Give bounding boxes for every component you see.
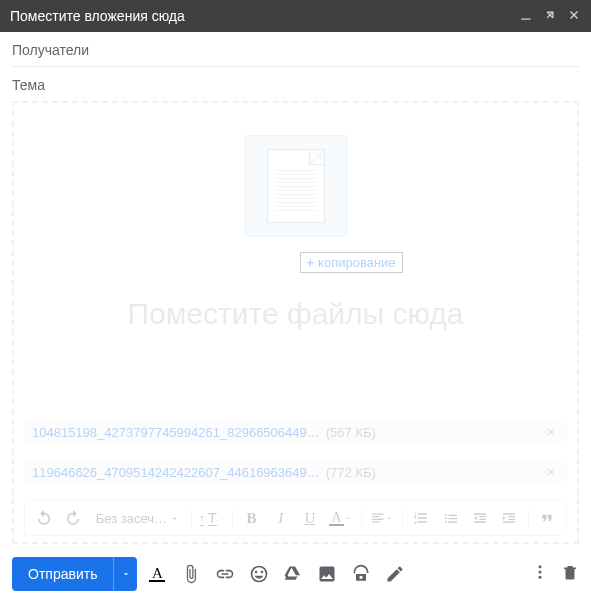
attachment-size: (772 КБ) xyxy=(326,465,376,480)
remove-attachment-button[interactable]: × xyxy=(543,424,559,440)
remove-attachment-button[interactable]: × xyxy=(543,464,559,480)
separator xyxy=(191,508,192,528)
attachment-name: 104815198_4273797745994261_82966506449… xyxy=(32,425,320,440)
svg-point-3 xyxy=(539,576,542,579)
send-options-button[interactable] xyxy=(113,557,137,591)
text-color-button[interactable]: A xyxy=(329,506,353,530)
indent-less-button[interactable] xyxy=(469,506,490,530)
popout-button[interactable] xyxy=(543,8,557,25)
underline-button[interactable]: U xyxy=(299,506,320,530)
insert-drive-button[interactable] xyxy=(283,564,303,584)
svg-point-1 xyxy=(539,565,542,568)
font-family-label: Без засеч… xyxy=(96,511,167,526)
insert-signature-button[interactable] xyxy=(385,564,405,584)
copy-label: копирование xyxy=(318,255,396,270)
insert-image-button[interactable] xyxy=(317,564,337,584)
attachment-list: 104815198_4273797745994261_82966506449… … xyxy=(24,418,567,486)
chevron-down-icon xyxy=(221,514,224,523)
indent-more-button[interactable] xyxy=(499,506,520,530)
undo-button[interactable] xyxy=(33,506,54,530)
copy-badge: + копирование xyxy=(300,252,403,273)
send-group: Отправить xyxy=(12,557,137,591)
align-button[interactable] xyxy=(370,506,394,530)
attachment-chip[interactable]: 119646626_4709514242422607_44616963649… … xyxy=(24,458,567,486)
formatting-toolbar: Без засеч… т T B I U A xyxy=(24,500,567,536)
bullet-list-button[interactable] xyxy=(440,506,461,530)
italic-button[interactable]: I xyxy=(270,506,291,530)
svg-rect-0 xyxy=(521,18,530,19)
minimize-button[interactable] xyxy=(519,8,533,25)
action-bar-right xyxy=(531,563,579,585)
text-formatting-button[interactable]: A xyxy=(147,564,167,584)
font-size-select[interactable]: т T xyxy=(200,506,224,530)
quote-button[interactable] xyxy=(537,506,558,530)
font-family-select[interactable]: Без засеч… xyxy=(92,511,183,526)
separator xyxy=(402,508,403,528)
discard-draft-button[interactable] xyxy=(561,563,579,585)
separator xyxy=(232,508,233,528)
confidential-mode-button[interactable] xyxy=(351,564,371,584)
subject-field[interactable]: Тема xyxy=(12,67,579,101)
recipients-field[interactable]: Получатели xyxy=(12,32,579,67)
separator xyxy=(528,508,529,528)
document-icon xyxy=(267,149,325,223)
compose-title: Поместите вложения сюда xyxy=(10,8,519,24)
send-button[interactable]: Отправить xyxy=(12,557,113,591)
compose-titlebar: Поместите вложения сюда xyxy=(0,0,591,32)
separator xyxy=(361,508,362,528)
insert-tools: A xyxy=(147,564,405,584)
chevron-down-icon xyxy=(170,514,179,523)
plus-icon: + xyxy=(307,255,315,270)
attachment-name: 119646626_4709514242422607_44616963649… xyxy=(32,465,320,480)
insert-link-button[interactable] xyxy=(215,564,235,584)
compose-body[interactable]: + копирование Поместите файлы сюда 10481… xyxy=(12,101,579,544)
titlebar-actions xyxy=(519,8,581,25)
drop-hint-text: Поместите файлы сюда xyxy=(127,297,463,331)
chevron-down-icon xyxy=(385,514,394,523)
action-bar: Отправить A xyxy=(0,548,591,600)
subject-placeholder: Тема xyxy=(12,77,45,93)
recipients-label: Получатели xyxy=(12,42,89,58)
attachment-size: (567 КБ) xyxy=(326,425,376,440)
attach-file-button[interactable] xyxy=(181,564,201,584)
redo-button[interactable] xyxy=(62,506,83,530)
drag-preview: + копирование xyxy=(245,135,347,237)
chevron-down-icon xyxy=(344,514,353,523)
insert-emoji-button[interactable] xyxy=(249,564,269,584)
bold-button[interactable]: B xyxy=(241,506,262,530)
numbered-list-button[interactable] xyxy=(411,506,432,530)
svg-point-2 xyxy=(539,571,542,574)
close-button[interactable] xyxy=(567,8,581,25)
attachment-chip[interactable]: 104815198_4273797745994261_82966506449… … xyxy=(24,418,567,446)
more-options-button[interactable] xyxy=(531,563,549,585)
